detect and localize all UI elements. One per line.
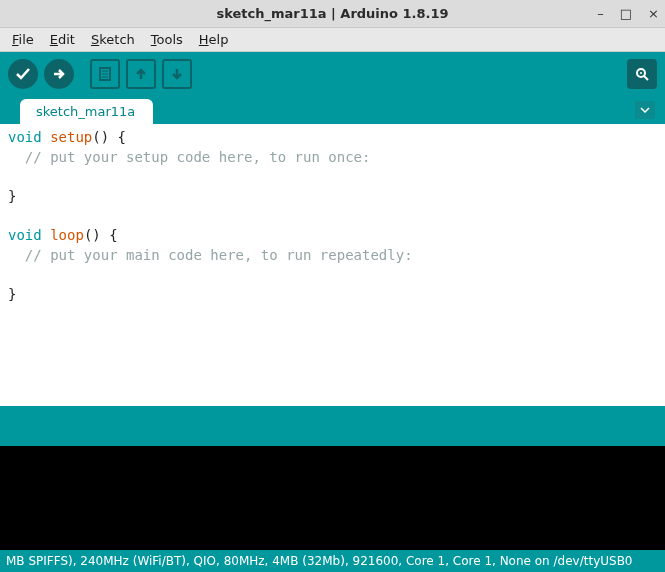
menu-tools[interactable]: Tools: [145, 30, 189, 49]
code-comment: // put your main code here, to run repea…: [8, 247, 413, 263]
svg-line-5: [644, 76, 648, 80]
tab-sketch[interactable]: sketch_mar11a: [20, 99, 153, 124]
menu-file[interactable]: File: [6, 30, 40, 49]
upload-button[interactable]: [44, 59, 74, 89]
menu-sketch[interactable]: Sketch: [85, 30, 141, 49]
verify-button[interactable]: [8, 59, 38, 89]
status-text: MB SPIFFS), 240MHz (WiFi/BT), QIO, 80MHz…: [6, 554, 633, 568]
window-title: sketch_mar11a | Arduino 1.8.19: [216, 6, 448, 21]
menu-bar: File Edit Sketch Tools Help: [0, 28, 665, 52]
serial-monitor-button[interactable]: [627, 59, 657, 89]
code-keyword: void: [8, 129, 42, 145]
window-titlebar: sketch_mar11a | Arduino 1.8.19 – □ ×: [0, 0, 665, 28]
maximize-button[interactable]: □: [620, 7, 632, 20]
file-icon: [97, 66, 113, 82]
arrow-right-icon: [51, 66, 67, 82]
svg-point-6: [640, 72, 642, 74]
magnifier-icon: [634, 66, 650, 82]
chevron-down-icon: [640, 107, 650, 113]
code-function: setup: [50, 129, 92, 145]
arrow-down-icon: [169, 66, 185, 82]
toolbar: [0, 52, 665, 96]
minimize-button[interactable]: –: [597, 7, 604, 20]
new-button[interactable]: [90, 59, 120, 89]
code-function: loop: [50, 227, 84, 243]
console[interactable]: [0, 446, 665, 550]
window-controls: – □ ×: [597, 0, 659, 27]
save-button[interactable]: [162, 59, 192, 89]
code-editor[interactable]: void setup() { // put your setup code he…: [0, 124, 665, 406]
code-keyword: void: [8, 227, 42, 243]
tab-menu-button[interactable]: [635, 101, 655, 119]
open-button[interactable]: [126, 59, 156, 89]
arrow-up-icon: [133, 66, 149, 82]
tab-bar: sketch_mar11a: [0, 96, 665, 124]
menu-help[interactable]: Help: [193, 30, 235, 49]
code-comment: // put your setup code here, to run once…: [8, 149, 370, 165]
status-bar: MB SPIFFS), 240MHz (WiFi/BT), QIO, 80MHz…: [0, 550, 665, 572]
menu-edit[interactable]: Edit: [44, 30, 81, 49]
message-area: [0, 406, 665, 446]
close-button[interactable]: ×: [648, 7, 659, 20]
check-icon: [15, 66, 31, 82]
